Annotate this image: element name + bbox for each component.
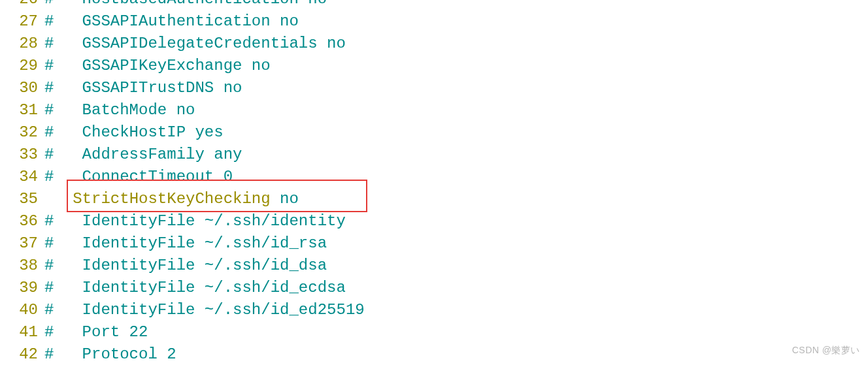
line-content: # IdentityFile ~/.ssh/id_ecdsa bbox=[44, 277, 346, 299]
line-number: 32 bbox=[5, 121, 44, 144]
line-number: 26 bbox=[5, 0, 44, 10]
line-content: # ConnectTimeout 0 bbox=[44, 166, 233, 188]
code-line: 33# AddressFamily any bbox=[5, 144, 868, 166]
code-line: 27# GSSAPIAuthentication no bbox=[5, 10, 868, 33]
line-number: 31 bbox=[5, 99, 44, 121]
setting-value: no bbox=[280, 190, 299, 208]
line-content: # IdentityFile ~/.ssh/id_dsa bbox=[44, 255, 327, 277]
code-line: 28# GSSAPIDelegateCredentials no bbox=[5, 33, 868, 55]
line-number: 33 bbox=[5, 144, 44, 166]
comment-text: # IdentityFile ~/.ssh/identity bbox=[44, 212, 346, 230]
line-number: 35 bbox=[5, 188, 44, 210]
comment-text: # Port 22 bbox=[44, 323, 148, 341]
line-content: # IdentityFile ~/.ssh/id_rsa bbox=[44, 232, 327, 255]
line-content: # BatchMode no bbox=[44, 99, 195, 121]
comment-text: # GSSAPIAuthentication no bbox=[44, 12, 299, 30]
line-number: 29 bbox=[5, 55, 44, 77]
comment-text: # IdentityFile ~/.ssh/id_rsa bbox=[44, 234, 327, 252]
comment-text: # GSSAPIDelegateCredentials no bbox=[44, 35, 346, 52]
code-line: 29# GSSAPIKeyExchange no bbox=[5, 55, 868, 77]
line-number: 28 bbox=[5, 33, 44, 55]
code-line: 31# BatchMode no bbox=[5, 99, 868, 121]
code-line: 40# IdentityFile ~/.ssh/id_ed25519 bbox=[5, 299, 868, 321]
line-number: 27 bbox=[5, 10, 44, 33]
code-line: 32# CheckHostIP yes bbox=[5, 121, 868, 144]
comment-text: # GSSAPITrustDNS no bbox=[44, 79, 242, 97]
code-line: 35 StrictHostKeyChecking no bbox=[5, 188, 868, 210]
line-content: # Protocol 2 bbox=[44, 343, 176, 365]
line-content: # IdentityFile ~/.ssh/id_ed25519 bbox=[44, 299, 365, 321]
code-line: 41# Port 22 bbox=[5, 321, 868, 343]
line-number: 37 bbox=[5, 232, 44, 255]
code-line: 38# IdentityFile ~/.ssh/id_dsa bbox=[5, 255, 868, 277]
comment-text: # IdentityFile ~/.ssh/id_dsa bbox=[44, 257, 327, 274]
comment-text: # BatchMode no bbox=[44, 101, 195, 119]
line-number: 42 bbox=[5, 343, 44, 365]
comment-text: # ConnectTimeout 0 bbox=[44, 168, 233, 185]
code-editor: 26# HostbasedAuthentication no27# GSSAPI… bbox=[0, 0, 868, 365]
line-number: 41 bbox=[5, 321, 44, 343]
line-number: 36 bbox=[5, 210, 44, 232]
code-line: 26# HostbasedAuthentication no bbox=[5, 0, 868, 10]
comment-text: # IdentityFile ~/.ssh/id_ed25519 bbox=[44, 301, 365, 319]
line-number: 30 bbox=[5, 77, 44, 99]
watermark: CSDN @樂萝い bbox=[792, 339, 860, 361]
setting-key: StrictHostKeyChecking bbox=[73, 190, 270, 208]
comment-text: # IdentityFile ~/.ssh/id_ecdsa bbox=[44, 279, 346, 296]
line-content: # AddressFamily any bbox=[44, 144, 242, 166]
line-number: 40 bbox=[5, 299, 44, 321]
comment-text: # CheckHostIP yes bbox=[44, 123, 224, 141]
comment-text: # Protocol 2 bbox=[44, 345, 176, 363]
line-content: # CheckHostIP yes bbox=[44, 121, 224, 144]
code-line: 36# IdentityFile ~/.ssh/identity bbox=[5, 210, 868, 232]
line-content: # IdentityFile ~/.ssh/identity bbox=[44, 210, 346, 232]
line-number: 39 bbox=[5, 277, 44, 299]
line-content: # Port 22 bbox=[44, 321, 148, 343]
line-content: # GSSAPIAuthentication no bbox=[44, 10, 299, 33]
line-content: # GSSAPIKeyExchange no bbox=[44, 55, 271, 77]
code-line: 39# IdentityFile ~/.ssh/id_ecdsa bbox=[5, 277, 868, 299]
code-line: 30# GSSAPITrustDNS no bbox=[5, 77, 868, 99]
line-number: 34 bbox=[5, 166, 44, 188]
code-line: 37# IdentityFile ~/.ssh/id_rsa bbox=[5, 232, 868, 255]
line-content: StrictHostKeyChecking no bbox=[44, 188, 299, 210]
comment-text: # GSSAPIKeyExchange no bbox=[44, 57, 271, 74]
indent bbox=[44, 190, 73, 208]
line-number: 38 bbox=[5, 255, 44, 277]
code-line: 34# ConnectTimeout 0 bbox=[5, 166, 868, 188]
line-content: # GSSAPITrustDNS no bbox=[44, 77, 242, 99]
line-content: # HostbasedAuthentication no bbox=[44, 0, 327, 10]
line-content: # GSSAPIDelegateCredentials no bbox=[44, 33, 346, 55]
comment-text: # HostbasedAuthentication no bbox=[44, 0, 327, 8]
comment-text: # AddressFamily any bbox=[44, 146, 242, 163]
code-line: 42# Protocol 2 bbox=[5, 343, 868, 365]
